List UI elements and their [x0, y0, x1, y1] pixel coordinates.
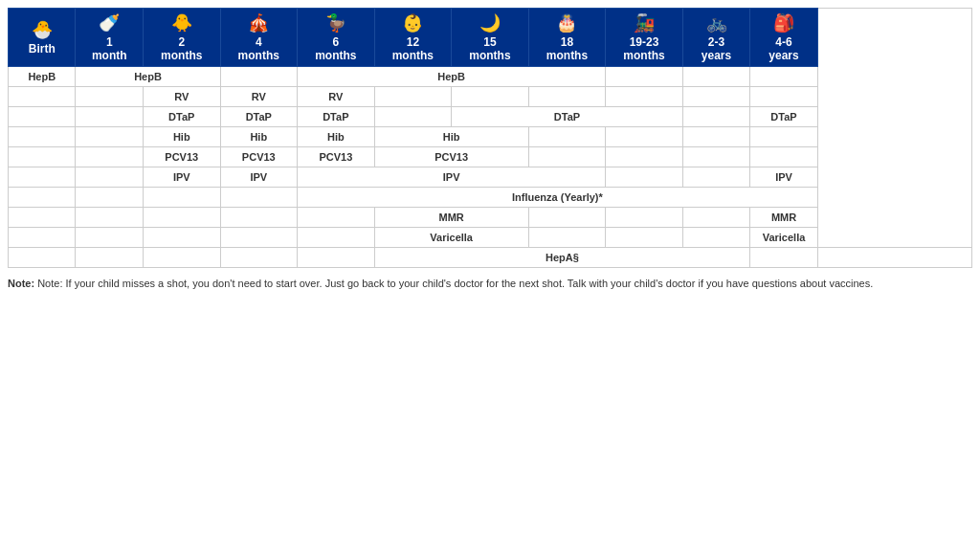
- rv-1month-empty: [76, 87, 143, 107]
- hib-4months: Hib: [220, 127, 298, 147]
- dtap-12months-empty: [374, 107, 452, 127]
- influenza-6months-plus: Influenza (Yearly)*: [298, 188, 818, 208]
- dtap-4months: DTaP: [220, 107, 298, 127]
- 6months-icon: 🦆: [301, 12, 371, 33]
- mmr-4months-empty: [220, 208, 298, 228]
- rv-1923months-empty: [606, 87, 683, 107]
- header-23years: 🚲 2-3years: [682, 9, 749, 67]
- hepa-23years-empty: [750, 248, 817, 268]
- dtap-6months: DTaP: [298, 107, 375, 127]
- hib-46years-empty: [750, 127, 817, 147]
- rv-row: RV RV RV: [9, 87, 972, 107]
- 46years-icon: 🎒: [753, 12, 813, 33]
- pcv13-birth-empty: [9, 147, 76, 167]
- 1month-label: 1month: [78, 35, 139, 62]
- 18months-label: 18months: [532, 35, 603, 62]
- hib-2months: Hib: [143, 127, 220, 147]
- mmr-1923months-empty: [606, 208, 683, 228]
- ipv-2months: IPV: [143, 167, 220, 188]
- hepa-2months-empty: [143, 248, 220, 268]
- ipv-23years-empty: [682, 167, 749, 188]
- pcv13-4months: PCV13: [220, 147, 298, 167]
- 2months-label: 2months: [146, 35, 217, 62]
- mmr-6months-empty: [298, 208, 375, 228]
- header-12months: 👶 12months: [374, 9, 452, 67]
- 1923months-label: 19-23months: [609, 35, 679, 62]
- header-1923months: 🚂 19-23months: [606, 9, 683, 67]
- hib-23years-empty: [682, 127, 749, 147]
- 2months-icon: 🐥: [146, 12, 217, 33]
- hib-1923months-empty: [606, 127, 683, 147]
- influenza-birth-empty: [9, 188, 76, 208]
- hepb-4months-empty: [220, 67, 298, 87]
- varicella-6months-empty: [298, 228, 375, 248]
- hepa-row: HepA§: [9, 248, 972, 268]
- hepb-46years-empty: [750, 67, 817, 87]
- rv-birth-empty: [9, 87, 76, 107]
- pcv13-23years-empty: [682, 147, 749, 167]
- hib-6months: Hib: [298, 127, 375, 147]
- 1923months-icon: 🚂: [609, 12, 679, 33]
- dtap-row: DTaP DTaP DTaP DTaP DTaP: [9, 107, 972, 127]
- header-46years: 🎒 4-6years: [750, 9, 817, 67]
- 1month-icon: 🍼: [78, 12, 139, 33]
- influenza-row: Influenza (Yearly)*: [9, 188, 972, 208]
- ipv-46years: IPV: [750, 167, 817, 188]
- header-2months: 🐥 2months: [143, 9, 220, 67]
- influenza-1month-empty: [76, 188, 143, 208]
- influenza-4months-empty: [220, 188, 298, 208]
- 46years-label: 4-6years: [753, 35, 813, 62]
- hepa-12to1923months: HepA§: [374, 248, 750, 268]
- 12months-label: 12months: [378, 35, 449, 62]
- pcv13-2months: PCV13: [143, 147, 220, 167]
- varicella-46years: Varicella: [750, 228, 817, 248]
- header-6months: 🦆 6months: [298, 9, 375, 67]
- dtap-birth-empty: [9, 107, 76, 127]
- pcv13-6months: PCV13: [298, 147, 375, 167]
- header-15months: 🌙 15months: [452, 9, 529, 67]
- mmr-46years: MMR: [750, 208, 817, 228]
- mmr-2months-empty: [143, 208, 220, 228]
- varicella-23years-empty: [682, 228, 749, 248]
- hepa-1month-empty: [76, 248, 143, 268]
- 23years-label: 2-3years: [686, 35, 746, 62]
- pcv13-18months-empty: [528, 147, 606, 167]
- 12months-icon: 👶: [378, 12, 449, 33]
- rv-15months-empty: [452, 87, 529, 107]
- pcv13-12to15months: PCV13: [374, 147, 528, 167]
- hib-birth-empty: [9, 127, 76, 147]
- pcv13-row: PCV13 PCV13 PCV13 PCV13: [9, 147, 972, 167]
- hepa-birth-empty: [9, 248, 76, 268]
- header-birth: 🐣 Birth: [9, 9, 76, 67]
- pcv13-1923months-empty: [606, 147, 683, 167]
- dtap-15to1923months: DTaP: [452, 107, 683, 127]
- 18months-icon: 🎂: [532, 12, 603, 33]
- mmr-birth-empty: [9, 208, 76, 228]
- ipv-4months: IPV: [220, 167, 298, 188]
- ipv-1month-empty: [76, 167, 143, 188]
- dtap-2months: DTaP: [143, 107, 220, 127]
- hepb-1923months-empty: [606, 67, 683, 87]
- header-4months: 🎪 4months: [220, 9, 298, 67]
- rv-18months-empty: [528, 87, 606, 107]
- header-row: 🐣 Birth 🍼 1month 🐥 2months 🎪 4months 🦆 6…: [9, 9, 972, 67]
- note-section: Note: Note: If your child misses a shot,…: [8, 276, 972, 292]
- varicella-row: Varicella Varicella: [9, 228, 972, 248]
- hepa-46years-empty: [817, 248, 971, 268]
- ipv-birth-empty: [9, 167, 76, 188]
- varicella-2months-empty: [143, 228, 220, 248]
- rv-46years-empty: [750, 87, 817, 107]
- mmr-23years-empty: [682, 208, 749, 228]
- hib-1month-empty: [76, 127, 143, 147]
- 4months-icon: 🎪: [224, 12, 295, 33]
- dtap-1month-empty: [76, 107, 143, 127]
- hib-12to15months: Hib: [374, 127, 528, 147]
- varicella-1month-empty: [76, 228, 143, 248]
- pcv13-1month-empty: [76, 147, 143, 167]
- birth-icon: 🐣: [11, 19, 72, 40]
- 15months-icon: 🌙: [455, 12, 525, 33]
- birth-label: Birth: [11, 42, 72, 56]
- hepb-label: HepB: [9, 67, 76, 87]
- note-label: Note:: [8, 278, 34, 289]
- rv-23years-empty: [682, 87, 749, 107]
